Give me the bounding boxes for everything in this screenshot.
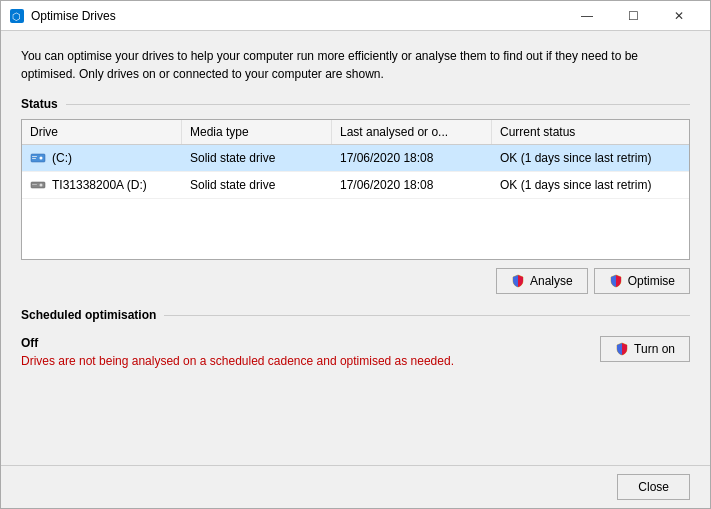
col-last-analysed: Last analysed or o... — [332, 120, 492, 144]
scheduled-content: Off Drives are not being analysed on a s… — [21, 330, 690, 374]
table-body: (C:) Solid state drive 17/06/2020 18:08 … — [22, 145, 689, 259]
svg-rect-4 — [32, 156, 37, 157]
status-section-header: Status — [21, 97, 690, 111]
table-row[interactable]: TI31338200A (D:) Solid state drive 17/06… — [22, 172, 689, 199]
analyse-button[interactable]: Analyse — [496, 268, 588, 294]
status-label: Status — [21, 97, 58, 111]
cell-status-1: OK (1 days since last retrim) — [492, 145, 689, 171]
cell-drive-2: TI31338200A (D:) — [22, 172, 182, 198]
col-drive: Drive — [22, 120, 182, 144]
cell-analysed-2: 17/06/2020 18:08 — [332, 172, 492, 198]
drive-icon-2 — [30, 177, 46, 193]
scheduled-left: Off Drives are not being analysed on a s… — [21, 336, 454, 368]
svg-text:⬡: ⬡ — [12, 11, 21, 22]
turn-on-button[interactable]: Turn on — [600, 336, 690, 362]
maximize-button[interactable]: ☐ — [610, 1, 656, 31]
scheduled-status: Off — [21, 336, 454, 350]
optimise-drives-window: ⬡ Optimise Drives — ☐ ✕ You can optimise… — [0, 0, 711, 509]
description-text: You can optimise your drives to help you… — [21, 47, 690, 83]
cell-media-2: Solid state drive — [182, 172, 332, 198]
svg-rect-5 — [32, 158, 36, 159]
cell-analysed-1: 17/06/2020 18:08 — [332, 145, 492, 171]
table-header: Drive Media type Last analysed or o... C… — [22, 120, 689, 145]
scheduled-label: Scheduled optimisation — [21, 308, 156, 322]
col-media-type: Media type — [182, 120, 332, 144]
scheduled-divider — [164, 315, 690, 316]
drive-icon-1 — [30, 150, 46, 166]
scheduled-header: Scheduled optimisation — [21, 308, 690, 322]
window-title: Optimise Drives — [31, 9, 564, 23]
shield-analyse-icon — [511, 274, 525, 288]
col-current-status: Current status — [492, 120, 689, 144]
scheduled-section: Scheduled optimisation Off Drives are no… — [21, 308, 690, 374]
svg-point-3 — [40, 157, 43, 160]
drive-action-buttons: Analyse Optimise — [21, 268, 690, 294]
cell-media-1: Solid state drive — [182, 145, 332, 171]
cell-status-2: OK (1 days since last retrim) — [492, 172, 689, 198]
drives-table: Drive Media type Last analysed or o... C… — [21, 119, 690, 260]
optimise-button[interactable]: Optimise — [594, 268, 690, 294]
table-row[interactable]: (C:) Solid state drive 17/06/2020 18:08 … — [22, 145, 689, 172]
scheduled-warning: Drives are not being analysed on a sched… — [21, 354, 454, 368]
title-bar: ⬡ Optimise Drives — ☐ ✕ — [1, 1, 710, 31]
close-title-button[interactable]: ✕ — [656, 1, 702, 31]
footer: Close — [1, 465, 710, 508]
shield-optimise-icon — [609, 274, 623, 288]
main-content: You can optimise your drives to help you… — [1, 31, 710, 465]
minimize-button[interactable]: — — [564, 1, 610, 31]
cell-drive-1: (C:) — [22, 145, 182, 171]
close-button[interactable]: Close — [617, 474, 690, 500]
svg-rect-8 — [32, 184, 37, 185]
shield-turnon-icon — [615, 342, 629, 356]
app-icon: ⬡ — [9, 8, 25, 24]
status-divider — [66, 104, 690, 105]
svg-point-7 — [40, 184, 43, 187]
table-empty-space — [22, 199, 689, 259]
title-bar-controls: — ☐ ✕ — [564, 1, 702, 31]
